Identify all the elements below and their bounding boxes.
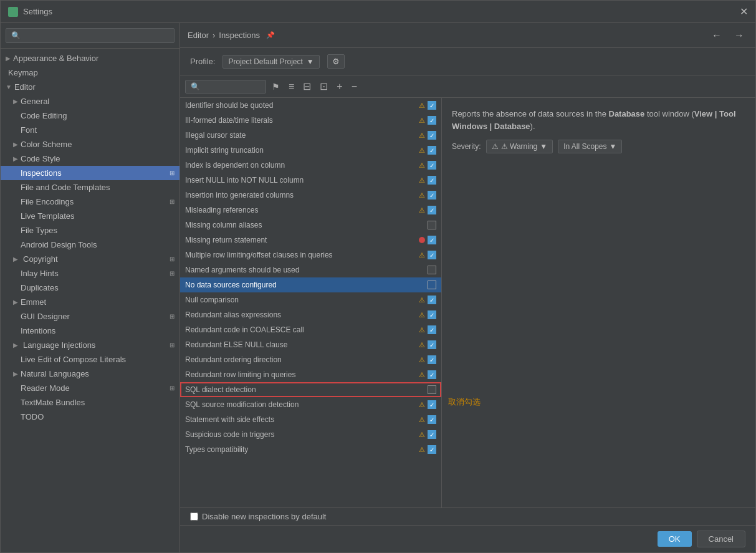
inspection-row[interactable]: Insertion into generated columns ⚠ ✓ <box>180 188 441 203</box>
sidebar-item-editor[interactable]: ▼ Editor <box>1 80 179 94</box>
expand-all-button[interactable]: ⊟ <box>300 79 314 94</box>
inspection-row-selected[interactable]: No data sources configured <box>180 277 441 292</box>
ok-button[interactable]: OK <box>658 531 692 547</box>
inspection-checkbox[interactable]: ✓ <box>428 325 436 334</box>
group-button[interactable]: ⊡ <box>317 79 331 94</box>
inspection-checkbox[interactable]: ✓ <box>428 340 436 349</box>
inspection-checkbox[interactable] <box>428 281 436 289</box>
sidebar-item-textmate-bundles[interactable]: TextMate Bundles <box>1 395 179 410</box>
sidebar-item-font[interactable]: Font <box>1 123 179 137</box>
sidebar-item-file-encodings[interactable]: File Encodings ⊞ <box>1 195 179 209</box>
sidebar-list: ▶ Appearance & Behavior Keymap ▼ Editor … <box>1 49 179 552</box>
inspection-row[interactable]: Missing column aliases <box>180 218 441 233</box>
inspection-row[interactable]: Suspicious code in triggers ⚠ ✓ <box>180 427 441 442</box>
sidebar-item-inlay-hints[interactable]: Inlay Hints ⊞ <box>1 266 179 281</box>
sidebar-item-keymap[interactable]: Keymap <box>1 65 179 80</box>
inspection-row[interactable]: Ill-formed date/time literals ⚠ ✓ <box>180 113 441 128</box>
inspection-checkbox[interactable]: ✓ <box>428 191 436 200</box>
app-icon <box>8 7 18 17</box>
inspection-checkbox[interactable]: ✓ <box>428 236 436 244</box>
inspection-row[interactable]: Multiple row limiting/offset clauses in … <box>180 248 441 262</box>
inspection-checkbox[interactable]: ✓ <box>428 206 436 214</box>
inspection-checkbox[interactable]: ✓ <box>428 101 436 110</box>
inspection-row[interactable]: Insert NULL into NOT NULL column ⚠ ✓ <box>180 173 441 188</box>
inspection-checkbox[interactable] <box>428 385 436 394</box>
inspection-checkbox[interactable]: ✓ <box>428 146 436 155</box>
sidebar-item-language-injections[interactable]: ▶ Language Injections ⊞ <box>1 338 179 352</box>
inspection-checkbox[interactable]: ✓ <box>428 310 436 319</box>
inspection-checkbox[interactable]: ✓ <box>428 161 436 170</box>
sidebar-item-android-design-tools[interactable]: Android Design Tools <box>1 238 179 252</box>
inspection-row[interactable]: Index is dependent on column ⚠ ✓ <box>180 158 441 173</box>
sidebar-item-file-code-templates[interactable]: File and Code Templates <box>1 180 179 195</box>
filter-button[interactable]: ⚑ <box>269 80 283 93</box>
inspection-row[interactable]: Null comparison ⚠ ✓ <box>180 292 441 307</box>
inspection-row[interactable]: Statement with side effects ⚠ ✓ <box>180 412 441 427</box>
inspection-row[interactable]: Redundant ordering direction ⚠ ✓ <box>180 352 441 367</box>
sidebar-item-natural-languages[interactable]: ▶ Natural Languages <box>1 367 179 381</box>
severity-dropdown[interactable]: ⚠ ⚠ Warning ▼ <box>486 140 553 153</box>
scope-dropdown[interactable]: In All Scopes ▼ <box>558 140 622 153</box>
inspection-checkbox[interactable]: ✓ <box>428 430 436 439</box>
breadcrumb-inspections[interactable]: Inspections <box>219 31 260 40</box>
sidebar-item-live-edit-compose[interactable]: Live Edit of Compose Literals <box>1 352 179 367</box>
sidebar-item-code-style[interactable]: ▶ Code Style <box>1 151 179 166</box>
sidebar-item-appearance[interactable]: ▶ Appearance & Behavior <box>1 51 179 65</box>
sidebar-item-reader-mode[interactable]: Reader Mode ⊞ <box>1 381 179 395</box>
sidebar-item-copyright[interactable]: ▶ Copyright ⊞ <box>1 252 179 266</box>
warning-icon: ⚠ <box>419 161 425 170</box>
sidebar-item-inspections[interactable]: Inspections ⊞ <box>1 166 179 180</box>
inspection-checkbox[interactable]: ✓ <box>428 415 436 424</box>
inspection-row[interactable]: Identifier should be quoted ⚠ ✓ <box>180 98 441 113</box>
inspection-checkbox[interactable]: ✓ <box>428 131 436 140</box>
sidebar-item-code-editing[interactable]: Code Editing <box>1 108 179 123</box>
pin-icon[interactable]: 📌 <box>266 31 275 39</box>
inspection-checkbox[interactable] <box>428 266 436 274</box>
sidebar-item-duplicates[interactable]: Duplicates <box>1 281 179 295</box>
sidebar-search-input[interactable] <box>6 28 175 43</box>
sidebar-item-label: TODO <box>21 412 44 421</box>
sidebar-item-gui-designer[interactable]: GUI Designer ⊞ <box>1 309 179 324</box>
sidebar-item-live-templates[interactable]: Live Templates <box>1 209 179 223</box>
inspection-row[interactable]: Implicit string truncation ⚠ ✓ <box>180 143 441 158</box>
sidebar-sync-icon: ⊞ <box>170 256 175 262</box>
nav-forward-button[interactable]: → <box>730 29 748 42</box>
inspection-checkbox[interactable]: ✓ <box>428 370 436 379</box>
inspection-row[interactable]: Missing return statement ✓ <box>180 233 441 248</box>
nav-back-button[interactable]: ← <box>708 29 725 42</box>
inspection-checkbox[interactable]: ✓ <box>428 176 436 185</box>
add-button[interactable]: + <box>333 80 345 94</box>
close-button[interactable]: ✕ <box>740 6 748 17</box>
inspection-checkbox[interactable]: ✓ <box>428 445 436 454</box>
inspection-row[interactable]: Redundant row limiting in queries ⚠ ✓ <box>180 367 441 382</box>
inspection-row[interactable]: Types compatibility ⚠ ✓ <box>180 442 441 457</box>
sidebar-item-intentions[interactable]: Intentions <box>1 324 179 338</box>
breadcrumb-editor[interactable]: Editor <box>188 31 209 40</box>
collapse-all-button[interactable]: ≡ <box>285 80 297 94</box>
cancel-button[interactable]: Cancel <box>697 531 745 547</box>
inspection-row[interactable]: Illegal cursor state ⚠ ✓ <box>180 128 441 143</box>
inspection-row[interactable]: Named arguments should be used <box>180 262 441 277</box>
sidebar-item-general[interactable]: ▶ General <box>1 94 179 108</box>
inspection-checkbox[interactable]: ✓ <box>428 296 436 304</box>
inspection-checkbox[interactable]: ✓ <box>428 400 436 409</box>
sidebar-item-emmet[interactable]: ▶ Emmet <box>1 295 179 309</box>
inspection-row[interactable]: Redundant code in COALESCE call ⚠ ✓ <box>180 322 441 337</box>
profile-settings-button[interactable]: ⚙ <box>327 54 345 69</box>
inspections-search-input[interactable] <box>185 80 266 94</box>
inspection-checkbox[interactable]: ✓ <box>428 251 436 259</box>
inspection-checkbox[interactable]: ✓ <box>428 116 436 125</box>
inspection-row[interactable]: Redundant ELSE NULL clause ⚠ ✓ <box>180 337 441 352</box>
inspection-checkbox[interactable] <box>428 221 436 229</box>
inspection-row-sql-dialect[interactable]: SQL dialect detection <box>180 382 441 397</box>
sidebar-item-todo[interactable]: TODO <box>1 410 179 424</box>
inspection-row[interactable]: Redundant alias expressions ⚠ ✓ <box>180 307 441 322</box>
sidebar-item-file-types[interactable]: File Types <box>1 223 179 238</box>
inspection-checkbox[interactable]: ✓ <box>428 355 436 364</box>
sidebar-item-color-scheme[interactable]: ▶ Color Scheme <box>1 137 179 151</box>
remove-button[interactable]: − <box>348 80 360 94</box>
disable-new-inspections-checkbox[interactable] <box>190 512 198 521</box>
profile-dropdown[interactable]: Project Default Project ▼ <box>222 55 319 69</box>
inspection-row[interactable]: SQL source modification detection ⚠ ✓ <box>180 397 441 412</box>
inspection-row[interactable]: Misleading references ⚠ ✓ <box>180 203 441 218</box>
